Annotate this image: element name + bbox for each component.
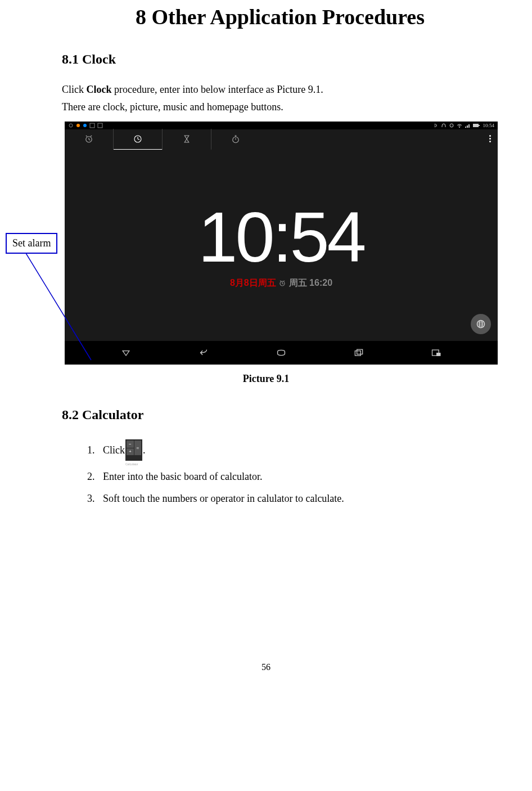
svg-rect-19 [436, 353, 441, 356]
sd-icon [89, 123, 95, 128]
alarm-status-icon [449, 123, 454, 128]
list-number: 1. [87, 444, 103, 456]
step3-text: Soft touch the numbers or operator in ca… [103, 493, 344, 505]
section-heading-clock: 8.1 Clock [62, 52, 532, 67]
svg-point-1 [69, 124, 73, 127]
bluetooth-icon [433, 123, 439, 128]
clock-icon [133, 134, 143, 144]
svg-rect-8 [473, 124, 479, 127]
clock-tab-bar [65, 129, 498, 150]
stopwatch-icon [231, 134, 241, 144]
screenshot-icon [431, 347, 442, 358]
figure-caption: Picture 9.1 [0, 373, 532, 385]
list-number: 2. [87, 471, 103, 483]
svg-rect-5 [98, 123, 102, 128]
svg-point-3 [83, 124, 87, 127]
nav-recent[interactable] [352, 346, 366, 359]
back-icon [197, 347, 210, 359]
clock-bold: Clock [87, 84, 112, 95]
text-prefix: Click [62, 84, 87, 95]
svg-line-0 [26, 253, 91, 360]
callout-line [24, 253, 97, 366]
status-right-icons: 10:54 [433, 123, 494, 128]
more-icon[interactable] [489, 134, 491, 143]
nav-vol-down[interactable] [119, 346, 133, 359]
calculator-app-icon: −= + Calculator [125, 439, 142, 461]
status-time: 10:54 [483, 123, 494, 128]
status-dot-icon [83, 123, 87, 128]
date-current: 8月8日周五 [230, 278, 276, 287]
hourglass-icon [182, 134, 192, 144]
page-title: 8 Other Application Procedures [0, 0, 532, 29]
home-icon [275, 347, 287, 359]
svg-point-2 [76, 124, 80, 127]
triangle-down-icon [120, 347, 132, 358]
page-number: 56 [0, 662, 532, 672]
globe-button[interactable] [471, 314, 491, 334]
svg-rect-16 [355, 351, 360, 356]
nav-back[interactable] [197, 346, 210, 359]
set-alarm-callout: Set alarm [6, 233, 57, 254]
alarm-small-icon [278, 279, 286, 287]
nav-bar [65, 341, 498, 365]
list-item: 1. Click −= + Calculator . [87, 439, 532, 461]
big-clock-time: 10:54 [198, 202, 364, 273]
clock-screenshot: 10:54 10:54 8月8日周五 周五 16:20 [65, 122, 498, 365]
sync-icon [68, 123, 74, 128]
stopwatch-tab[interactable] [211, 129, 260, 150]
step2-text: Enter into the basic board of calculator… [103, 471, 262, 483]
recent-icon [353, 347, 364, 358]
calculator-steps: 1. Click −= + Calculator . 2. Enter into… [87, 439, 532, 505]
list-item: 2. Enter into the basic board of calcula… [87, 471, 532, 483]
clock-intro-line: Click Clock procedure, enter into below … [62, 84, 532, 96]
alarm-icon [84, 134, 94, 144]
text-suffix: procedure, enter into below interface as… [112, 84, 323, 95]
globe-icon [475, 318, 486, 330]
clock-display-area: 10:54 8月8日周五 周五 16:20 [65, 150, 498, 341]
list-item: 3. Soft touch the numbers or operator in… [87, 493, 532, 505]
status-left-icons [68, 123, 103, 128]
status-dot-icon [76, 123, 80, 128]
svg-point-6 [450, 124, 453, 127]
section-heading-calculator: 8.2 Calculator [62, 407, 532, 423]
nav-home[interactable] [274, 346, 288, 359]
clock-tab[interactable] [114, 129, 163, 150]
clock-line2: There are clock, picture, music and home… [62, 101, 532, 113]
alarm-time: 周五 16:20 [289, 278, 332, 287]
signal-icon [465, 123, 470, 128]
list-number: 3. [87, 493, 103, 505]
date-line: 8月8日周五 周五 16:20 [230, 277, 332, 289]
svg-point-7 [459, 127, 460, 128]
headphone-icon [441, 123, 447, 128]
svg-rect-9 [479, 125, 480, 126]
calc-icon-label: Calculator [125, 462, 138, 466]
svg-rect-17 [357, 349, 363, 354]
timer-tab[interactable] [163, 129, 211, 150]
step1-prefix: Click [103, 444, 125, 456]
status-bar: 10:54 [65, 122, 498, 129]
nav-screenshot[interactable] [430, 346, 443, 359]
wifi-icon [457, 123, 462, 128]
sd-icon [97, 123, 103, 128]
battery-icon [472, 123, 480, 128]
svg-rect-4 [90, 123, 94, 128]
alarm-tab[interactable] [65, 129, 114, 150]
step1-suffix: . [143, 444, 146, 456]
